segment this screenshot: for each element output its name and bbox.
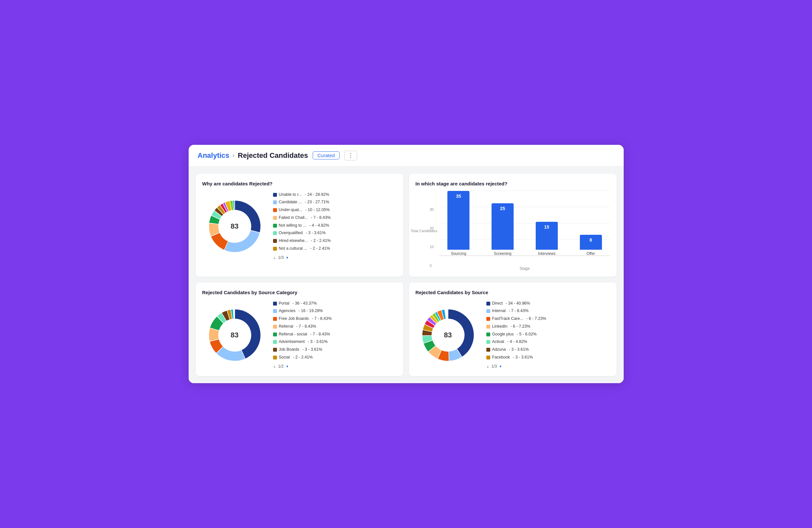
legend-label: Internal: [492, 307, 506, 315]
legend-color: [273, 239, 277, 243]
legend-item: Free Job Boards - 7 - 8.43%: [273, 315, 332, 323]
legend-item: Unable to r... - 24 - 28.92%: [273, 191, 331, 199]
bar: 15: [536, 222, 558, 250]
curated-badge[interactable]: Curated: [313, 151, 339, 159]
legend-color: [487, 317, 490, 321]
pagination-label: 1/2: [278, 363, 284, 371]
legend-item: Candidate ... - 23 - 27.71%: [273, 198, 331, 206]
legend-spacer: - 6 - 7.23%: [509, 323, 531, 331]
legend-spacer: - 10 - 12.05%: [304, 206, 330, 214]
legend-label: Agencies: [279, 307, 295, 315]
next-page-icon[interactable]: ▼: [286, 363, 289, 370]
dashboard: Why are candidates Rejected? 83 Unable t…: [189, 167, 624, 384]
legend-item: FastTrack Care... - 6 - 7.23%: [487, 315, 547, 323]
legend-item: Not a cultural ... - 2 - 2.41%: [273, 245, 331, 253]
donut-section-3: 83 Portal - 36 - 43.37% Agencies - 16 - …: [202, 300, 397, 371]
legend-label: Overqualified: [279, 229, 303, 237]
more-options-button[interactable]: ⋮: [344, 151, 357, 160]
prev-page-icon[interactable]: ▲: [273, 363, 276, 370]
legend-item: Referral - 7 - 8.43%: [273, 323, 332, 331]
legend-item: Failed in Chall... - 7 - 8.43%: [273, 214, 331, 222]
legend-spacer: - 3 - 3.61%: [305, 229, 325, 237]
legend-color: [273, 302, 277, 305]
donut3-center: 83: [231, 331, 238, 339]
legend-3: Portal - 36 - 43.37% Agencies - 16 - 19.…: [273, 300, 332, 371]
y-axis-ticks: 0 10 20 30: [430, 191, 439, 266]
legend-color: [273, 193, 277, 197]
prev-page-icon[interactable]: ▲: [273, 255, 276, 261]
card4-title: Rejected Candidates by Source: [416, 290, 610, 295]
legend-spacer: - 3 - 3.61%: [306, 338, 328, 346]
legend-spacer: - 24 - 28.92%: [304, 191, 329, 199]
analytics-link[interactable]: Analytics: [198, 151, 230, 160]
bar-chart-wrapper: Total Candidates 0 10: [416, 191, 610, 271]
legend-item: Social - 2 - 2.41%: [273, 354, 332, 361]
bar-value: 35: [456, 194, 461, 199]
legend-spacer: - 4 - 4.82%: [506, 338, 527, 346]
legend-spacer: - 7 - 8.43%: [309, 331, 330, 338]
legend-item: Referral - social - 7 - 8.43%: [273, 331, 332, 338]
donut1-center: 83: [231, 222, 238, 231]
legend-label: Portal: [279, 300, 290, 308]
legend-label: Social: [279, 354, 290, 361]
legend-spacer: - 3 - 3.61%: [512, 354, 533, 361]
header: Analytics › Rejected Candidates Curated …: [189, 145, 624, 167]
legend-4: Direct - 34 - 40.96% Internal - 7 - 8.43…: [487, 300, 547, 371]
legend3-pagination[interactable]: ▲ 1/2 ▼: [273, 363, 332, 371]
legend-color: [487, 302, 490, 305]
legend-color: [487, 325, 490, 329]
legend-color: [273, 348, 277, 352]
bar: 8: [580, 235, 602, 250]
legend-color: [273, 317, 277, 321]
legend4-pagination[interactable]: ▲ 1/3 ▼: [487, 363, 547, 371]
legend-item: Internal - 7 - 8.43%: [487, 307, 547, 315]
prev-page-icon[interactable]: ▲: [487, 363, 490, 370]
legend-color: [273, 208, 277, 212]
legend-label: Google plus: [492, 331, 514, 338]
legend-spacer: - 5 - 6.02%: [516, 331, 537, 338]
rejection-reasons-card: Why are candidates Rejected? 83 Unable t…: [196, 174, 403, 277]
legend-item: Direct - 34 - 40.96%: [487, 300, 547, 308]
legend-label: Unable to r...: [279, 191, 302, 199]
card3-title: Rejected Candidates by Source Category: [202, 290, 397, 295]
legend-label: Candidate ...: [279, 198, 302, 206]
legend-item: Advertisement - 3 - 3.61%: [273, 338, 332, 346]
legend-item: Facebook - 3 - 3.61%: [487, 354, 547, 361]
legend-item: Activat - 4 - 4.82%: [487, 338, 547, 346]
source-card: Rejected Candidates by Source 83 Direct …: [409, 283, 617, 376]
legend-color: [487, 340, 490, 344]
legend-label: Not willing to ...: [279, 222, 306, 230]
page-title: Rejected Candidates: [238, 151, 308, 160]
legend-color: [487, 348, 490, 352]
source-category-card: Rejected Candidates by Source Category 8…: [196, 283, 403, 376]
legend-label: LinkedIn: [492, 323, 507, 331]
legend-color: [487, 332, 490, 337]
legend-item: Not willing to ... - 4 - 4.82%: [273, 222, 331, 230]
legend-color: [273, 231, 277, 235]
legend-label: Free Job Boards: [279, 315, 309, 323]
legend1-pagination[interactable]: ▲ 1/3 ▼: [273, 254, 331, 262]
next-page-icon[interactable]: ▼: [286, 255, 289, 261]
legend-color: [273, 247, 277, 251]
legend-label: Activat: [492, 338, 505, 346]
legend-spacer: - 16 - 19.28%: [298, 307, 323, 315]
legend-label: Not a cultural ...: [279, 245, 307, 253]
legend-label: Adzuna: [492, 346, 506, 354]
x-axis-label: Stage: [439, 266, 610, 271]
legend-spacer: - 6 - 7.23%: [525, 315, 547, 323]
legend-spacer: - 2 - 2.41%: [309, 245, 330, 253]
card1-title: Why are candidates Rejected?: [202, 181, 397, 186]
legend-spacer: - 34 - 40.96%: [505, 300, 530, 308]
donut-chart-3: 83: [202, 303, 267, 368]
legend-item: Portal - 36 - 43.37%: [273, 300, 332, 308]
legend-item: Hired elsewhe... - 2 - 2.41%: [273, 237, 331, 245]
next-page-icon[interactable]: ▼: [499, 363, 502, 370]
pagination-label: 1/3: [491, 363, 497, 371]
legend-color: [273, 340, 277, 344]
legend-color: [273, 309, 277, 313]
legend-item: LinkedIn - 6 - 7.23%: [487, 323, 547, 331]
legend-item: Adzuna - 3 - 3.61%: [487, 346, 547, 354]
legend-label: Failed in Chall...: [279, 214, 308, 222]
legend-color: [273, 325, 277, 329]
card2-title: In which stage are candidates rejected?: [416, 181, 610, 186]
